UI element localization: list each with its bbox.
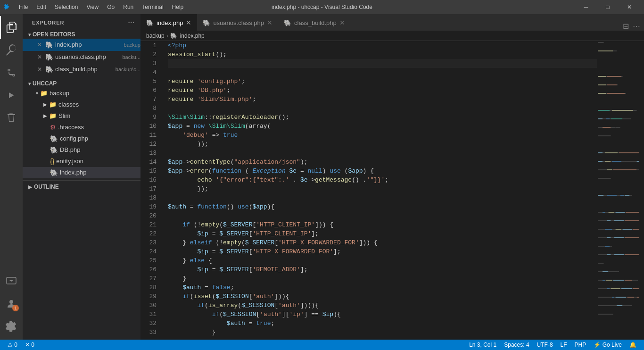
status-go-live[interactable]: ⚡ Go Live xyxy=(590,340,626,350)
split-editor-icon[interactable]: ⊟ xyxy=(623,22,629,31)
folder-backup[interactable]: ▾ 📁 backup xyxy=(23,88,140,99)
menu-edit[interactable]: Edit xyxy=(33,3,50,11)
code-line-5: require 'config.php'; xyxy=(168,77,597,86)
open-editor-usuarios-class[interactable]: ✕ 🐘 usuarios.class.php backu... xyxy=(23,51,140,63)
folder-classes[interactable]: ▶ 📁 classes xyxy=(23,99,140,110)
line-number-3: 3 xyxy=(140,59,160,68)
line-number-15: 15 xyxy=(140,167,160,175)
file-db-php[interactable]: 🐘 DB.php xyxy=(23,144,140,156)
tab-close-1[interactable]: ✕ xyxy=(267,19,272,26)
explorer-icon[interactable] xyxy=(0,16,23,39)
file-entity-json[interactable]: {} entity.json xyxy=(23,156,140,167)
code-line-10: $app = new \Slim\Slim(array( xyxy=(168,122,597,131)
line-number-7: 7 xyxy=(140,95,160,104)
project-name: UHCCAP xyxy=(33,80,57,87)
menu-help[interactable]: Help xyxy=(168,3,188,11)
menu-terminal[interactable]: Terminal xyxy=(138,3,167,11)
open-editor-class-build[interactable]: ✕ 🐘 class_build.php backup\c... xyxy=(23,63,140,75)
open-editors-section: ▾ OPEN EDITORS ✕ 🐘 index.php backup ✕ 🐘 … xyxy=(23,28,140,77)
status-spaces[interactable]: Spaces: 4 xyxy=(500,340,533,350)
line-number-2: 2 xyxy=(140,50,160,59)
folder-slim[interactable]: ▶ 📁 Slim xyxy=(23,110,140,122)
line-number-25: 25 xyxy=(140,256,160,265)
status-warnings[interactable]: ✕ 0 xyxy=(21,340,38,350)
explorer-title: EXPLORER xyxy=(32,20,65,25)
editor-container[interactable]: 1234567891011121314151617181920212223242… xyxy=(140,41,644,340)
menu-selection[interactable]: Selection xyxy=(51,3,82,11)
line-number-5: 5 xyxy=(140,77,160,86)
warning-icon: ✕ 0 xyxy=(25,342,34,348)
open-editor-badge-0: backup xyxy=(124,40,140,50)
file-name-db: DB.php xyxy=(60,145,80,155)
code-area[interactable]: <?phpsession_start(); require 'config.ph… xyxy=(164,41,597,340)
line-number-8: 8 xyxy=(140,104,160,113)
status-language[interactable]: PHP xyxy=(571,340,590,350)
close-file-icon[interactable]: ✕ xyxy=(36,39,43,50)
open-editor-badge-1: backu... xyxy=(122,52,140,62)
close-file-icon-2[interactable]: ✕ xyxy=(36,64,43,75)
status-errors[interactable]: ⚠ 0 xyxy=(4,340,21,350)
line-number-17: 17 xyxy=(140,184,160,193)
remote-explorer-icon[interactable] xyxy=(0,270,23,292)
file-name-config: config.php xyxy=(60,133,88,144)
line-number-9: 9 xyxy=(140,113,160,122)
open-editor-index-php[interactable]: ✕ 🐘 index.php backup xyxy=(23,39,140,51)
line-number-1: 1 xyxy=(140,41,160,50)
open-editors-header[interactable]: ▾ OPEN EDITORS xyxy=(23,30,140,39)
maximize-button[interactable]: □ xyxy=(597,0,619,14)
tab-usuarios-class-php[interactable]: 🐘 usuarios.class.php ✕ xyxy=(197,14,278,31)
menu-file[interactable]: File xyxy=(15,3,32,11)
tab-close-2[interactable]: ✕ xyxy=(339,19,345,26)
code-line-13 xyxy=(168,149,597,158)
menu-go[interactable]: Go xyxy=(103,3,118,11)
status-notifications[interactable]: 🔔 xyxy=(626,340,640,350)
code-line-1: <?php xyxy=(168,41,597,50)
project-header[interactable]: ▾ UHCCAP xyxy=(23,79,140,88)
spaces-label: Spaces: 4 xyxy=(504,342,529,348)
php-file-icon-1: 🐘 xyxy=(45,52,53,62)
line-number-16: 16 xyxy=(140,175,160,184)
more-actions-icon[interactable]: ⋯ xyxy=(633,22,640,31)
status-encoding[interactable]: UTF-8 xyxy=(533,340,557,350)
folder-slim-icon: 📁 xyxy=(49,111,57,121)
breadcrumb-backup[interactable]: backup xyxy=(146,33,165,39)
code-line-25: } else { xyxy=(168,256,597,265)
tab-class-build-php[interactable]: 🐘 class_build.php ✕ xyxy=(278,14,351,31)
file-htaccess[interactable]: ⚙ .htaccess xyxy=(23,122,140,133)
menu-run[interactable]: Run xyxy=(119,3,137,11)
status-cursor[interactable]: Ln 3, Col 1 xyxy=(465,340,500,350)
open-editor-name-2: class_build.php xyxy=(55,64,114,75)
run-debug-icon[interactable] xyxy=(0,84,23,107)
sidebar-header-actions: ⋯ xyxy=(128,19,135,26)
notification-icon: 🔔 xyxy=(629,342,636,348)
breadcrumb-file[interactable]: index.php xyxy=(180,33,205,39)
new-file-icon[interactable]: ⋯ xyxy=(128,19,135,26)
settings-icon[interactable] xyxy=(0,315,23,338)
close-file-icon-1[interactable]: ✕ xyxy=(36,51,43,63)
menu-view[interactable]: View xyxy=(83,3,102,11)
account-icon[interactable]: 1 xyxy=(0,292,23,315)
minimize-button[interactable]: ─ xyxy=(575,0,597,14)
code-line-11: 'debug' => true xyxy=(168,131,597,140)
project-chevron: ▾ xyxy=(28,81,31,86)
folder-classes-icon: 📁 xyxy=(49,100,57,110)
line-number-33: 33 xyxy=(140,328,160,337)
line-number-19: 19 xyxy=(140,202,160,211)
titlebar-menu: File Edit Selection View Go Run Terminal… xyxy=(15,3,187,11)
line-number-23: 23 xyxy=(140,238,160,247)
tab-close-0[interactable]: ✕ xyxy=(186,19,191,26)
code-line-24: $ip = $_SERVER['HTTP_X_FORWARDED_FOR']; xyxy=(168,247,597,256)
open-editors-label: OPEN EDITORS xyxy=(33,31,75,38)
file-config-php[interactable]: 🐘 config.php xyxy=(23,133,140,144)
line-number-10: 10 xyxy=(140,122,160,131)
config-php-icon: 🐘 xyxy=(50,133,58,144)
status-eol[interactable]: LF xyxy=(557,340,571,350)
close-button[interactable]: ✕ xyxy=(619,0,640,14)
extensions-icon[interactable] xyxy=(0,107,23,129)
file-index-php[interactable]: 🐘 index.php xyxy=(23,167,140,178)
explorer-header: EXPLORER ⋯ xyxy=(23,14,140,28)
source-control-icon[interactable] xyxy=(0,61,23,84)
tab-index-php[interactable]: 🐘 index.php ✕ xyxy=(140,14,197,31)
search-icon[interactable] xyxy=(0,39,23,61)
outline-header[interactable]: ▶ OUTLINE xyxy=(23,183,140,191)
